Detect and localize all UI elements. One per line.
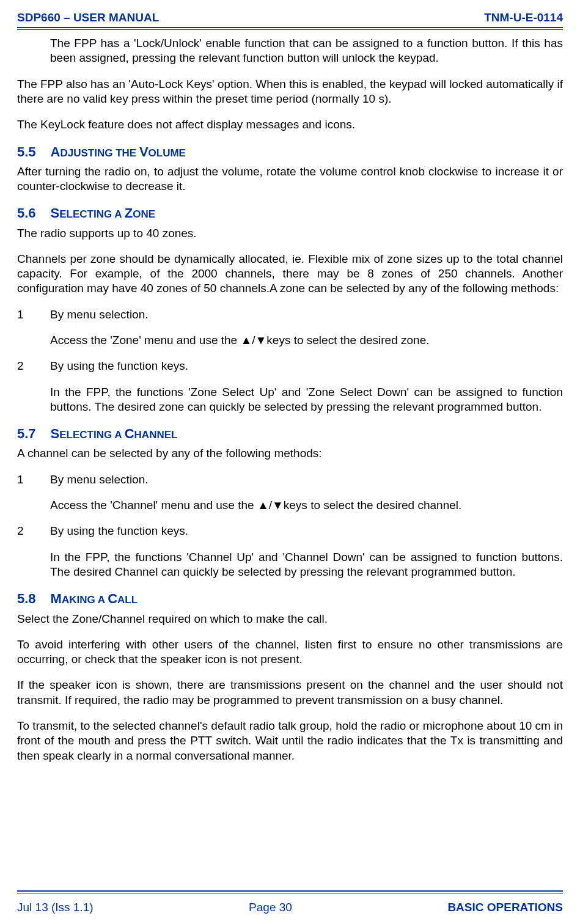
heading-number: 5.6 bbox=[17, 205, 36, 221]
page-header: SDP660 – USER MANUAL TNM-U-E-0114 bbox=[17, 11, 563, 26]
heading-5-5: 5.5ADJUSTING THE VOLUME bbox=[17, 144, 563, 161]
footer-rule bbox=[17, 890, 563, 893]
footer-center: Page 30 bbox=[249, 901, 292, 914]
footer-left: Jul 13 (Iss 1.1) bbox=[17, 901, 94, 914]
header-right: TNM-U-E-0114 bbox=[484, 11, 563, 24]
list-item: 2 By using the function keys. bbox=[17, 359, 563, 373]
page-footer: Jul 13 (Iss 1.1) Page 30 BASIC OPERATION… bbox=[17, 901, 563, 914]
body: The FPP has a 'Lock/Unlock' enable funct… bbox=[17, 36, 563, 763]
list-text: By using the function keys. bbox=[50, 359, 563, 373]
footer-right: BASIC OPERATIONS bbox=[447, 901, 563, 914]
paragraph: The FPP has a 'Lock/Unlock' enable funct… bbox=[50, 36, 563, 66]
list-text: By menu selection. bbox=[50, 472, 563, 487]
list-number: 2 bbox=[17, 359, 50, 373]
list-number: 1 bbox=[17, 472, 50, 487]
list-item: 1 By menu selection. bbox=[17, 307, 563, 322]
header-rule bbox=[17, 27, 563, 30]
page: SDP660 – USER MANUAL TNM-U-E-0114 The FP… bbox=[0, 0, 580, 924]
paragraph: Access the 'Channel' menu and use the ▲/… bbox=[50, 498, 563, 513]
list-text: By using the function keys. bbox=[50, 524, 563, 538]
paragraph: The radio supports up to 40 zones. bbox=[17, 226, 563, 241]
list-item: 2 By using the function keys. bbox=[17, 524, 563, 538]
heading-text: ADJUSTING THE VOLUME bbox=[51, 144, 186, 160]
paragraph: Select the Zone/Channel required on whic… bbox=[17, 612, 563, 626]
heading-5-7: 5.7SELECTING A CHANNEL bbox=[17, 425, 563, 442]
paragraph: In the FPP, the functions 'Zone Select U… bbox=[50, 385, 563, 415]
heading-text: SELECTING A ZONE bbox=[51, 205, 155, 221]
paragraph: Channels per zone should be dynamically … bbox=[17, 252, 563, 296]
paragraph: To avoid interfering with other users of… bbox=[17, 637, 563, 667]
heading-text: MAKING A CALL bbox=[51, 591, 138, 606]
paragraph: The KeyLock feature does not affect disp… bbox=[17, 117, 563, 132]
heading-5-8: 5.8MAKING A CALL bbox=[17, 590, 563, 607]
heading-number: 5.8 bbox=[17, 591, 36, 606]
paragraph: Access the 'Zone' menu and use the ▲/▼ke… bbox=[50, 333, 563, 348]
header-left: SDP660 – USER MANUAL bbox=[17, 11, 159, 24]
heading-number: 5.5 bbox=[17, 144, 36, 160]
heading-text: SELECTING A CHANNEL bbox=[51, 426, 178, 441]
list-text: By menu selection. bbox=[50, 307, 563, 322]
heading-5-6: 5.6SELECTING A ZONE bbox=[17, 205, 563, 222]
paragraph: If the speaker icon is shown, there are … bbox=[17, 678, 563, 708]
list-number: 1 bbox=[17, 307, 50, 322]
paragraph: To transmit, to the selected channel's d… bbox=[17, 719, 563, 763]
list-number: 2 bbox=[17, 524, 50, 538]
paragraph: After turning the radio on, to adjust th… bbox=[17, 164, 563, 194]
list-item: 1 By menu selection. bbox=[17, 472, 563, 487]
heading-number: 5.7 bbox=[17, 426, 36, 441]
paragraph: The FPP also has an 'Auto-Lock Keys' opt… bbox=[17, 77, 563, 107]
paragraph: A channel can be selected by any of the … bbox=[17, 446, 563, 461]
paragraph: In the FPP, the functions 'Channel Up' a… bbox=[50, 550, 563, 580]
